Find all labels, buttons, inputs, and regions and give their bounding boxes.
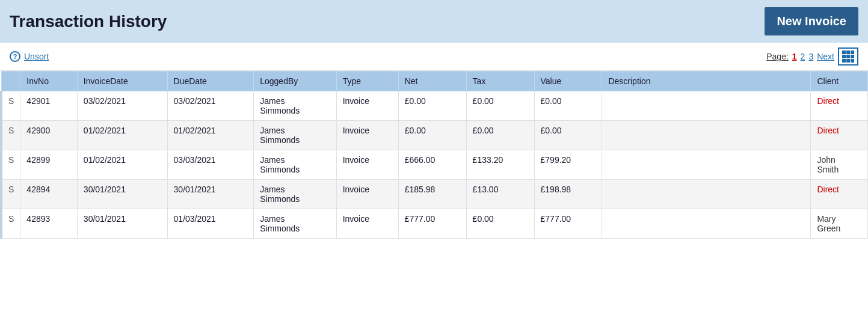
col-description[interactable]: Description	[602, 72, 811, 91]
row-indicator: S	[1, 150, 20, 180]
row-indicator: S	[1, 209, 20, 239]
row-indicator: S	[1, 180, 20, 209]
cell-value: £799.20	[534, 150, 602, 180]
cell-logged-by: JamesSimmonds	[254, 150, 336, 180]
cell-net: £777.00	[398, 209, 466, 239]
pagination: Page: 1 2 3 Next	[766, 47, 858, 66]
cell-tax: £133.20	[466, 150, 534, 180]
cell-logged-by: JamesSimmonds	[254, 180, 336, 209]
cell-client[interactable]: Direct	[811, 91, 868, 121]
cell-net: £666.00	[398, 150, 466, 180]
cell-type: Invoice	[336, 180, 398, 209]
col-invoice-date[interactable]: InvoiceDate	[77, 72, 167, 91]
unsort-link[interactable]: Unsort	[24, 52, 49, 61]
cell-tax: £0.00	[466, 91, 534, 121]
row-indicator: S	[1, 91, 20, 121]
grid-view-button[interactable]	[838, 47, 858, 66]
cell-net: £185.98	[398, 180, 466, 209]
cell-type: Invoice	[336, 150, 398, 180]
grid-icon	[842, 50, 854, 63]
cell-net: £0.00	[398, 121, 466, 150]
col-indicator	[1, 72, 20, 91]
cell-invoice-date: 01/02/2021	[77, 150, 167, 180]
page-header: Transaction History New Invoice	[0, 0, 868, 43]
cell-value: £777.00	[534, 209, 602, 239]
table-row[interactable]: S 42893 30/01/2021 01/03/2021 JamesSimmo…	[1, 209, 868, 239]
cell-logged-by: JamesSimmonds	[254, 121, 336, 150]
table-row[interactable]: S 42899 01/02/2021 03/03/2021 JamesSimmo…	[1, 150, 868, 180]
cell-type: Invoice	[336, 209, 398, 239]
cell-due-date: 03/02/2021	[167, 91, 254, 121]
page-1-link[interactable]: 1	[792, 52, 797, 61]
cell-value: £0.00	[534, 121, 602, 150]
toolbar: ? Unsort Page: 1 2 3 Next	[0, 43, 868, 71]
cell-client[interactable]: MaryGreen	[811, 209, 868, 239]
cell-due-date: 03/03/2021	[167, 150, 254, 180]
cell-tax: £0.00	[466, 121, 534, 150]
cell-invno: 42893	[20, 209, 78, 239]
cell-type: Invoice	[336, 91, 398, 121]
cell-invno: 42894	[20, 180, 78, 209]
table-row[interactable]: S 42901 03/02/2021 03/02/2021 JamesSimmo…	[1, 91, 868, 121]
cell-description	[602, 209, 811, 239]
cell-description	[602, 180, 811, 209]
cell-description	[602, 150, 811, 180]
cell-due-date: 01/02/2021	[167, 121, 254, 150]
cell-logged-by: JamesSimmonds	[254, 91, 336, 121]
cell-type: Invoice	[336, 121, 398, 150]
cell-invno: 42901	[20, 91, 78, 121]
table-row[interactable]: S 42894 30/01/2021 30/01/2021 JamesSimmo…	[1, 180, 868, 209]
cell-description	[602, 121, 811, 150]
page-next-link[interactable]: Next	[817, 52, 834, 61]
cell-logged-by: JamesSimmonds	[254, 209, 336, 239]
transaction-table: InvNo InvoiceDate DueDate LoggedBy Type …	[0, 71, 868, 239]
cell-due-date: 30/01/2021	[167, 180, 254, 209]
new-invoice-button[interactable]: New Invoice	[765, 7, 858, 35]
page-3-link[interactable]: 3	[808, 52, 813, 61]
cell-value: £198.98	[534, 180, 602, 209]
page-title: Transaction History	[10, 12, 167, 31]
table-row[interactable]: S 42900 01/02/2021 01/02/2021 JamesSimmo…	[1, 121, 868, 150]
col-due-date[interactable]: DueDate	[167, 72, 254, 91]
cell-net: £0.00	[398, 91, 466, 121]
col-invno[interactable]: InvNo	[20, 72, 78, 91]
cell-invno: 42900	[20, 121, 78, 150]
cell-invoice-date: 30/01/2021	[77, 180, 167, 209]
cell-client[interactable]: Direct	[811, 180, 868, 209]
table-header-row: InvNo InvoiceDate DueDate LoggedBy Type …	[1, 72, 868, 91]
cell-invoice-date: 03/02/2021	[77, 91, 167, 121]
row-indicator: S	[1, 121, 20, 150]
pagination-label: Page:	[766, 52, 789, 61]
cell-description	[602, 91, 811, 121]
col-logged-by[interactable]: LoggedBy	[254, 72, 336, 91]
help-icon[interactable]: ?	[10, 51, 20, 62]
col-value[interactable]: Value	[534, 72, 602, 91]
cell-value: £0.00	[534, 91, 602, 121]
cell-client[interactable]: JohnSmith	[811, 150, 868, 180]
cell-invoice-date: 01/02/2021	[77, 121, 167, 150]
cell-invno: 42899	[20, 150, 78, 180]
cell-invoice-date: 30/01/2021	[77, 209, 167, 239]
cell-tax: £13.00	[466, 180, 534, 209]
cell-due-date: 01/03/2021	[167, 209, 254, 239]
col-net[interactable]: Net	[398, 72, 466, 91]
col-client[interactable]: Client	[811, 72, 868, 91]
page-2-link[interactable]: 2	[801, 52, 805, 61]
col-type[interactable]: Type	[336, 72, 398, 91]
cell-tax: £0.00	[466, 209, 534, 239]
cell-client[interactable]: Direct	[811, 121, 868, 150]
col-tax[interactable]: Tax	[466, 72, 534, 91]
